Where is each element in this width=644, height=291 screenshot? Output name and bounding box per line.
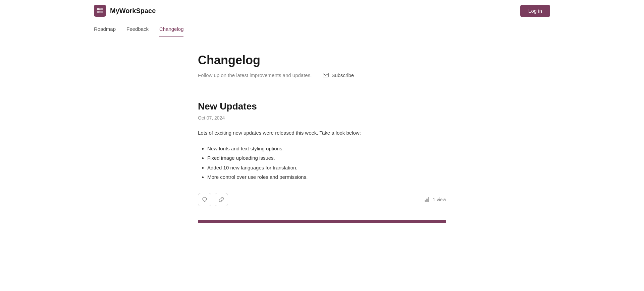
- vertical-divider: [317, 72, 317, 78]
- svg-rect-0: [97, 8, 100, 10]
- like-button[interactable]: [198, 193, 211, 206]
- svg-rect-3: [100, 11, 103, 13]
- list-item: More control over use roles and permissi…: [207, 172, 446, 182]
- svg-rect-6: [426, 199, 428, 202]
- svg-rect-2: [97, 11, 100, 13]
- heart-icon: [202, 197, 207, 202]
- main-content: Changelog Follow up on the latest improv…: [184, 37, 460, 217]
- subscribe-link[interactable]: Subscribe: [323, 72, 354, 78]
- link-button[interactable]: [215, 193, 228, 206]
- nav-item-feedback[interactable]: Feedback: [126, 21, 149, 37]
- svg-rect-1: [100, 8, 103, 10]
- app-name: MyWorkSpace: [110, 7, 156, 15]
- post-list: New fonts and text styling options. Fixe…: [198, 144, 446, 182]
- bottom-bar: [184, 220, 460, 223]
- list-item: Added 10 new languages for translation.: [207, 163, 446, 173]
- views-icon: [424, 197, 430, 203]
- navigation: Roadmap Feedback Changelog: [0, 21, 644, 37]
- subscribe-label: Subscribe: [331, 72, 354, 78]
- post: New Updates Oct 07, 2024 Lots of excitin…: [198, 101, 446, 217]
- login-button[interactable]: Log in: [520, 5, 550, 17]
- svg-rect-7: [428, 197, 429, 202]
- list-item: Fixed image uploading issues.: [207, 153, 446, 163]
- header: MyWorkSpace Log in: [0, 0, 644, 21]
- post-views: 1 view: [424, 197, 446, 203]
- views-count: 1 view: [433, 197, 446, 202]
- nav-item-roadmap[interactable]: Roadmap: [94, 21, 116, 37]
- post-title: New Updates: [198, 101, 446, 112]
- page-subtitle: Follow up on the latest improvements and…: [198, 72, 312, 78]
- page-subtitle-row: Follow up on the latest improvements and…: [198, 72, 446, 78]
- red-bar: [198, 220, 446, 223]
- svg-rect-5: [425, 200, 426, 202]
- svg-rect-4: [323, 73, 328, 77]
- post-date: Oct 07, 2024: [198, 115, 446, 121]
- section-divider: [198, 89, 446, 89]
- logo-icon: [94, 5, 106, 17]
- nav-item-changelog[interactable]: Changelog: [159, 21, 184, 37]
- post-intro: Lots of exciting new updates were releas…: [198, 129, 446, 137]
- header-left: MyWorkSpace: [94, 5, 156, 17]
- email-icon: [323, 73, 329, 77]
- post-actions: 1 view: [198, 193, 446, 206]
- list-item: New fonts and text styling options.: [207, 144, 446, 154]
- bottom-divider: [198, 217, 446, 217]
- post-actions-left: [198, 193, 228, 206]
- page-title: Changelog: [198, 53, 446, 67]
- link-icon: [219, 197, 224, 202]
